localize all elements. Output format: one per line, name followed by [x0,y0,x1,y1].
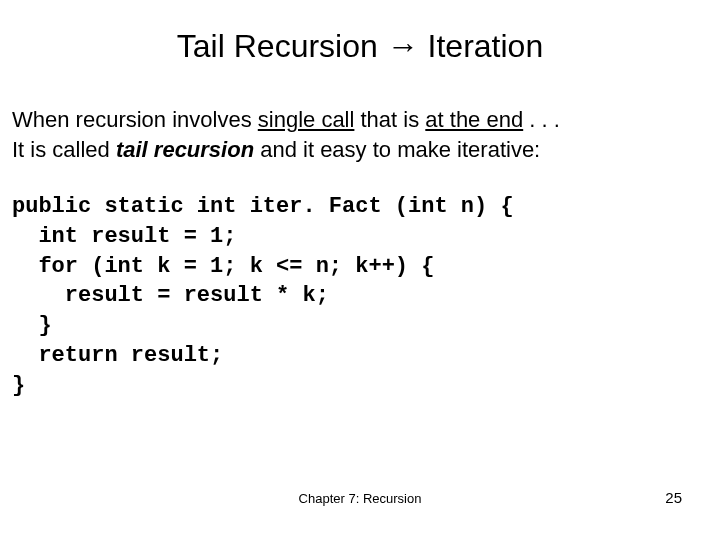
code-line: int result = 1; [12,222,708,252]
footer-text: Chapter 7: Recursion [0,491,720,506]
code-line: return result; [12,341,708,371]
code-line: } [12,311,708,341]
text-fragment: . . . [523,107,560,132]
text-emphasis-tail-recursion: tail recursion [116,137,254,162]
code-line: } [12,371,708,401]
text-underline-at-the-end: at the end [425,107,523,132]
code-block: public static int iter. Fact (int n) { i… [12,192,708,400]
text-fragment: When recursion involves [12,107,258,132]
code-line: for (int k = 1; k <= n; k++) { [12,252,708,282]
page-title: Tail Recursion → Iteration [12,28,708,65]
page-number: 25 [665,489,682,506]
text-fragment: It is called [12,137,116,162]
code-line: public static int iter. Fact (int n) { [12,192,708,222]
text-fragment: that is [354,107,425,132]
slide: Tail Recursion → Iteration When recursio… [0,0,720,540]
text-fragment: and it easy to make iterative: [254,137,540,162]
text-underline-single-call: single call [258,107,355,132]
code-line: result = result * k; [12,281,708,311]
body-paragraph: When recursion involves single call that… [12,105,708,164]
